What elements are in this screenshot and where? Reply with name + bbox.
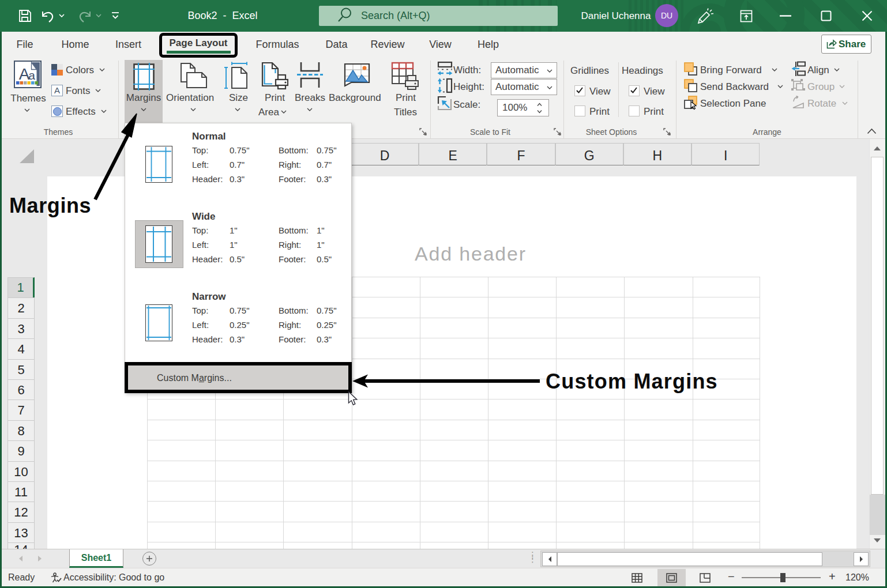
svg-text:a: a (28, 69, 35, 82)
